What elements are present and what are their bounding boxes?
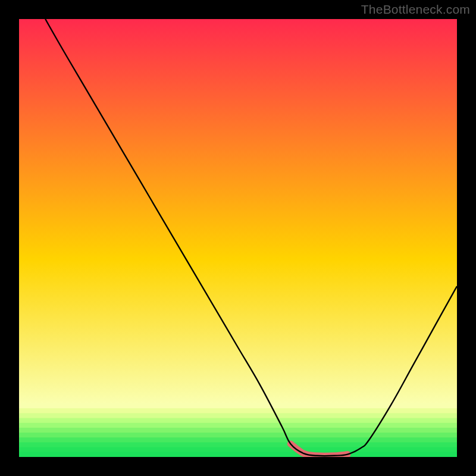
- chart-container: TheBottleneck.com: [0, 0, 476, 476]
- watermark-text: TheBottleneck.com: [361, 2, 470, 17]
- bottleneck-curve: [45, 19, 457, 456]
- curve-layer: [19, 19, 457, 457]
- highlight-segment: [290, 444, 347, 456]
- plot-area: [19, 19, 457, 457]
